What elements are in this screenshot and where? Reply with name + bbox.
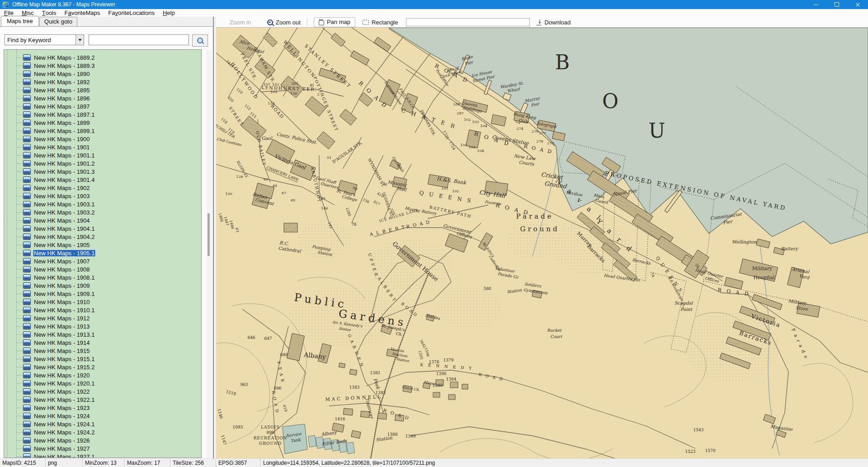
map-label: Hospital (754, 275, 775, 281)
tree-item[interactable]: New HK Maps - 1924.2 (4, 428, 201, 436)
pan-map-button[interactable]: Pan map (314, 17, 355, 27)
tree-item-label: New HK Maps - 1915 (33, 348, 91, 354)
tree-item[interactable]: New HK Maps - 1901 (4, 143, 201, 151)
map-image-icon (23, 258, 31, 264)
tree-item[interactable]: New HK Maps - 1899 (4, 119, 201, 127)
search-input[interactable] (89, 34, 189, 45)
tree-item[interactable]: New HK Maps - 1900 (4, 135, 201, 143)
tree-item-label: New HK Maps - 1903 (33, 193, 91, 200)
minimize-icon (814, 5, 818, 5)
tree-item[interactable]: New HK Maps - 1908.1 (4, 273, 201, 281)
map-label: 1383 (349, 385, 360, 390)
zoom-out-button[interactable]: Zoom out (267, 19, 301, 26)
tree-item[interactable]: New HK Maps - 1902 (4, 184, 201, 192)
tree-item[interactable]: New HK Maps - 1895 (4, 86, 201, 94)
rectangle-button[interactable]: Rectangle (363, 19, 398, 26)
tree-item[interactable]: New HK Maps - 1901.4 (4, 176, 201, 184)
tree-item[interactable]: New HK Maps - 1901.1 (4, 151, 201, 159)
tree-item[interactable]: New HK Maps - 1913.1 (4, 330, 201, 338)
minimize-button[interactable] (806, 0, 826, 9)
find-mode-combobox[interactable]: Find by Keyword (5, 34, 84, 45)
tree-item[interactable]: New HK Maps - 1910 (4, 298, 201, 306)
tree-item[interactable]: New HK Maps - 1926 (4, 436, 201, 444)
tree-item[interactable]: New HK Maps - 1896 (4, 94, 201, 102)
tree-item[interactable]: New HK Maps - 1909 (4, 281, 201, 290)
tree-item[interactable]: New HK Maps - 1909.1 (4, 290, 201, 298)
map-image-icon (23, 128, 31, 134)
zoom-in-button[interactable]: Zoom in (230, 19, 251, 26)
tree-item-label: New HK Maps - 1913.1 (33, 331, 95, 338)
menu-help[interactable]: Help (159, 9, 179, 17)
map-image-icon (23, 421, 31, 427)
tree-item[interactable]: New HK Maps - 1915 (4, 347, 201, 355)
tree-item[interactable]: New HK Maps - 1912 (4, 314, 201, 322)
tree-item[interactable]: New HK Maps - 1901.2 (4, 159, 201, 167)
tree-item[interactable]: New HK Maps - 1903 (4, 192, 201, 200)
tree-scrollbar-thumb[interactable] (208, 213, 210, 256)
tree-item[interactable]: New HK Maps - 1913 (4, 322, 201, 330)
map-image-icon (23, 152, 31, 158)
map-image-icon (23, 234, 31, 240)
map-label: 102 (452, 189, 459, 193)
map-label: 2 (317, 92, 319, 96)
search-button[interactable] (192, 34, 208, 47)
tree-item[interactable]: New HK Maps - 1899.1 (4, 127, 201, 135)
tree-scrollbar[interactable] (206, 49, 212, 458)
map-canvas[interactable]: BOUPROPOSED EXTENSION OF NAVAL YARDBlake… (216, 27, 868, 459)
menu-tools[interactable]: Tools (38, 9, 61, 17)
toolbar-input[interactable] (406, 18, 530, 26)
download-button[interactable]: Download (536, 19, 571, 26)
tree-item[interactable]: New HK Maps - 1889.2 (4, 53, 201, 62)
tab-quick-goto[interactable]: Quick goto (39, 17, 77, 26)
map-tree[interactable]: New HK Maps - 1889.2New HK Maps - 1889.3… (4, 49, 202, 458)
tree-item[interactable]: New HK Maps - 1927 (4, 444, 201, 453)
map-image-icon (23, 54, 31, 61)
panel-splitter[interactable] (212, 17, 216, 459)
map-label: 898 (266, 430, 274, 435)
map-label: 41 (310, 83, 314, 87)
tree-item[interactable]: New HK Maps - 1889.3 (4, 62, 201, 70)
tree-item[interactable]: New HK Maps - 1922.1 (4, 396, 201, 404)
tree-item[interactable]: New HK Maps - 1915.1 (4, 355, 201, 363)
tree-item-label: New HK Maps - 1901 (33, 144, 91, 151)
tree-item[interactable]: New HK Maps - 1927.1 (4, 453, 201, 458)
tree-item[interactable]: New HK Maps - 1910.1 (4, 306, 201, 314)
tree-item[interactable]: New HK Maps - 1890 (4, 70, 201, 78)
tree-item[interactable]: New HK Maps - 1908 (4, 265, 201, 273)
tree-item[interactable]: New HK Maps - 1924 (4, 412, 201, 420)
tree-item[interactable]: New HK Maps - 1920 (4, 371, 201, 379)
tree-item[interactable]: New HK Maps - 1904.2 (4, 233, 201, 241)
tree-item-label: New HK Maps - 1901.3 (33, 168, 95, 175)
map-label: 1384 (446, 377, 457, 381)
chevron-down-icon[interactable] (75, 35, 84, 45)
close-button[interactable] (847, 0, 868, 9)
tree-item[interactable]: New HK Maps - 1915.2 (4, 363, 201, 371)
restore-button[interactable] (826, 0, 847, 9)
tree-item[interactable]: New HK Maps - 1920.1 (4, 379, 201, 387)
tree-item[interactable]: New HK Maps - 1903.2 (4, 208, 201, 216)
tree-item[interactable]: New HK Maps - 1904.1 (4, 224, 201, 233)
tree-item[interactable]: New HK Maps - 1905.1 (4, 249, 201, 257)
tree-item[interactable]: New HK Maps - 1924.1 (4, 420, 201, 428)
tree-item[interactable]: New HK Maps - 1914 (4, 338, 201, 347)
tree-item[interactable]: New HK Maps - 1903.1 (4, 200, 201, 208)
tree-item[interactable]: New HK Maps - 1923 (4, 404, 201, 412)
tree-item[interactable]: New HK Maps - 1922 (4, 387, 201, 396)
map-image-icon (23, 339, 31, 346)
tree-item[interactable]: New HK Maps - 1905 (4, 241, 201, 249)
map-label: 647 (264, 336, 272, 341)
map-label: 1380 (433, 383, 443, 388)
download-icon (536, 19, 542, 25)
tree-item[interactable]: New HK Maps - 1904 (4, 216, 201, 224)
tree-item-label: New HK Maps - 1910.1 (33, 307, 95, 314)
tree-item[interactable]: New HK Maps - 1897.1 (4, 110, 201, 119)
menu-favoritemaps[interactable]: FavoriteMaps (61, 9, 104, 17)
map-label: 104 (477, 149, 484, 153)
tree-item[interactable]: New HK Maps - 1892 (4, 78, 201, 86)
tree-item-label: New HK Maps - 1901.1 (33, 152, 95, 159)
tree-item[interactable]: New HK Maps - 1907 (4, 257, 201, 265)
tree-item[interactable]: New HK Maps - 1901.3 (4, 167, 201, 176)
tab-maps-tree[interactable]: Maps tree (1, 16, 39, 26)
tree-item[interactable]: New HK Maps - 1897 (4, 102, 201, 110)
menu-favoritelocations[interactable]: FavoriteLocations (104, 9, 159, 17)
